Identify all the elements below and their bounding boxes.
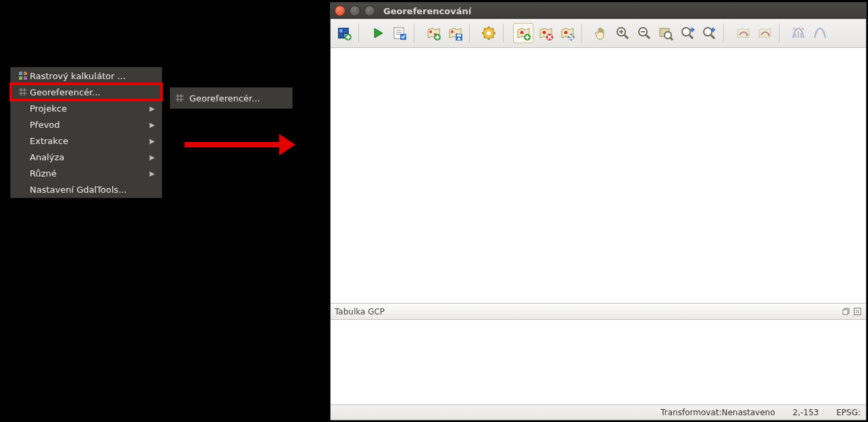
menu-item-conversion[interactable]: Převod ▶ bbox=[11, 116, 162, 133]
svg-point-26 bbox=[564, 31, 568, 34]
svg-rect-5 bbox=[339, 29, 343, 32]
menu-item-gdaltools-settings[interactable]: Nastavení GdalTools... bbox=[11, 181, 162, 197]
annotation-arrow-icon bbox=[185, 134, 295, 156]
gcp-panel-title: Tabulka GCP bbox=[335, 307, 385, 316]
svg-point-31 bbox=[682, 28, 690, 36]
status-transform: Transformovat:Nenastaveno bbox=[660, 408, 775, 417]
zoom-next-icon[interactable] bbox=[700, 24, 719, 43]
svg-point-15 bbox=[451, 30, 454, 33]
gcp-save-icon[interactable] bbox=[445, 24, 464, 43]
submenu-arrow-icon: ▶ bbox=[149, 137, 155, 145]
toolbar-separator bbox=[503, 24, 508, 43]
svg-rect-33 bbox=[795, 34, 796, 38]
toolbar-separator bbox=[469, 24, 475, 43]
submenu-arrow-icon: ▶ bbox=[149, 170, 155, 177]
grid-icon bbox=[16, 87, 30, 97]
menu-item-raster-calc[interactable]: Rastrový kalkulátor ... bbox=[11, 68, 162, 84]
svg-point-30 bbox=[665, 32, 671, 39]
status-epsg: EPSG: bbox=[836, 408, 861, 417]
gcp-load-icon[interactable] bbox=[424, 24, 443, 43]
menu-item-extraction[interactable]: Extrakce ▶ bbox=[11, 133, 162, 149]
zoom-last-icon[interactable] bbox=[678, 24, 697, 43]
svg-rect-1 bbox=[24, 72, 27, 75]
submenu-arrow-icon: ▶ bbox=[149, 121, 155, 128]
zoom-out-icon[interactable] bbox=[635, 24, 654, 43]
svg-point-22 bbox=[521, 31, 524, 34]
menu-item-label: Nastavení GdalTools... bbox=[30, 185, 155, 195]
move-point-icon[interactable] bbox=[558, 24, 577, 43]
gcp-table[interactable] bbox=[331, 320, 866, 404]
histogram-icon bbox=[789, 24, 808, 43]
svg-point-32 bbox=[704, 28, 712, 36]
stretch-icon bbox=[811, 24, 829, 43]
script-icon[interactable] bbox=[390, 24, 409, 43]
panel-close-icon[interactable] bbox=[852, 307, 862, 316]
delete-point-icon[interactable] bbox=[536, 24, 555, 43]
svg-rect-6 bbox=[344, 29, 347, 32]
menu-item-misc[interactable]: Různé ▶ bbox=[11, 165, 162, 181]
menu-item-label: Rastrový kalkulátor ... bbox=[30, 71, 155, 81]
settings-gear-icon[interactable] bbox=[479, 24, 498, 43]
menu-item-projection[interactable]: Projekce ▶ bbox=[11, 100, 162, 116]
zoom-in-icon[interactable] bbox=[613, 24, 632, 43]
open-raster-icon[interactable] bbox=[335, 24, 354, 43]
menu-item-label: Georeferencér... bbox=[30, 87, 155, 97]
toolbar-separator bbox=[358, 24, 364, 43]
toolbar-separator bbox=[779, 24, 784, 43]
svg-rect-2 bbox=[19, 76, 22, 80]
menu-item-label: Extrakce bbox=[30, 136, 149, 146]
menu-item-analysis[interactable]: Analýza ▶ bbox=[11, 149, 162, 165]
svg-point-24 bbox=[543, 31, 546, 34]
status-coords: 2,-153 bbox=[793, 408, 819, 417]
window-minimize-icon[interactable] bbox=[349, 5, 360, 16]
link-georef-icon bbox=[733, 24, 752, 43]
zoom-layer-icon[interactable] bbox=[656, 24, 675, 43]
panel-undock-icon[interactable] bbox=[841, 307, 850, 316]
menu-item-georeferencer[interactable]: Georeferencér... bbox=[11, 84, 162, 100]
toolbar-separator bbox=[581, 24, 587, 43]
submenu-arrow-icon: ▶ bbox=[149, 105, 155, 112]
link-qgis-icon bbox=[755, 24, 774, 43]
pan-icon[interactable] bbox=[592, 24, 610, 43]
svg-rect-19 bbox=[458, 38, 460, 40]
window-maximize-icon[interactable] bbox=[364, 5, 375, 16]
georeferencer-window: Georeferencování Tabulka GCP Transformov… bbox=[330, 2, 867, 421]
map-canvas[interactable] bbox=[331, 48, 866, 303]
menu-item-label: Projekce bbox=[30, 103, 149, 114]
svg-rect-34 bbox=[798, 31, 799, 38]
submenu-arrow-icon: ▶ bbox=[149, 154, 155, 161]
svg-rect-7 bbox=[339, 34, 343, 37]
menu-item-label: Analýza bbox=[30, 152, 149, 162]
svg-rect-18 bbox=[457, 34, 461, 37]
svg-rect-35 bbox=[800, 33, 802, 38]
svg-rect-3 bbox=[24, 76, 27, 80]
toolbar-separator bbox=[723, 24, 729, 43]
grid-icon bbox=[170, 88, 189, 108]
add-point-icon[interactable] bbox=[513, 23, 533, 43]
toolbar-separator bbox=[414, 24, 419, 43]
status-bar: Transformovat:Nenastaveno 2,-153 EPSG: bbox=[331, 404, 866, 420]
context-submenu: Georeferencér... bbox=[170, 87, 293, 109]
svg-point-21 bbox=[487, 31, 491, 35]
submenu-item-label[interactable]: Georeferencér... bbox=[189, 88, 292, 108]
svg-point-12 bbox=[429, 30, 432, 33]
toolbar bbox=[331, 19, 866, 48]
menu-item-label: Převod bbox=[30, 120, 149, 130]
menu-item-label: Různé bbox=[30, 168, 149, 179]
svg-rect-0 bbox=[19, 72, 22, 75]
calc-icon bbox=[16, 71, 30, 80]
gcp-panel-header: Tabulka GCP bbox=[331, 303, 866, 320]
context-menu: Rastrový kalkulátor ... Georeferencér...… bbox=[10, 67, 162, 198]
window-title: Georeferencování bbox=[383, 6, 471, 16]
window-close-icon[interactable] bbox=[335, 5, 345, 16]
svg-rect-37 bbox=[843, 310, 848, 314]
play-icon[interactable] bbox=[368, 24, 387, 43]
window-titlebar: Georeferencování bbox=[331, 3, 866, 19]
